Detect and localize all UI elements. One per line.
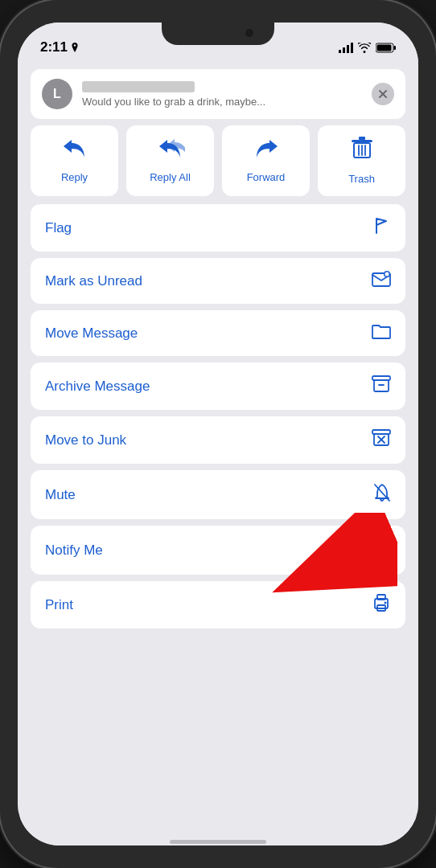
- flag-icon: [373, 217, 391, 239]
- print-icon: [372, 594, 391, 616]
- svg-rect-10: [352, 140, 372, 142]
- notch: [162, 23, 274, 45]
- folder-svg: [372, 323, 391, 339]
- trash-label: Trash: [348, 173, 375, 185]
- svg-rect-4: [351, 43, 353, 53]
- flag-label: Flag: [45, 220, 72, 236]
- junk-svg: [372, 429, 391, 447]
- home-indicator: [170, 840, 266, 844]
- close-button[interactable]: [372, 83, 394, 105]
- svg-rect-1: [339, 50, 341, 53]
- mark-unread-label: Mark as Unread: [45, 273, 142, 289]
- email-preview-text: Would you like to grab a drink, maybe...: [82, 81, 362, 108]
- phone-frame: 2:11: [0, 0, 436, 868]
- junk-menu-item[interactable]: Move to Junk: [31, 416, 405, 464]
- forward-icon: [253, 137, 279, 165]
- flag-menu-item[interactable]: Flag: [31, 204, 405, 252]
- mark-unread-menu-item[interactable]: Mark as Unread: [31, 258, 405, 304]
- junk-icon: [372, 429, 391, 451]
- mute-menu-item[interactable]: Mute: [31, 470, 405, 519]
- notify-menu-item[interactable]: Notify Me: [31, 526, 405, 575]
- location-icon: [71, 43, 79, 52]
- svg-point-31: [385, 602, 387, 604]
- reply-all-button[interactable]: Reply All: [126, 125, 214, 196]
- notch-camera: [245, 29, 253, 37]
- mark-unread-icon: [372, 271, 391, 291]
- envelope-icon: [372, 271, 391, 287]
- time-display: 2:11: [40, 39, 68, 55]
- printer-svg: [372, 594, 391, 612]
- reply-all-arrow-icon: [156, 137, 185, 159]
- svg-rect-3: [347, 45, 349, 53]
- close-icon: [379, 90, 387, 98]
- forward-button[interactable]: Forward: [222, 125, 310, 196]
- svg-rect-7: [394, 46, 397, 50]
- notify-icon: [373, 538, 391, 562]
- mute-icon: [373, 483, 391, 506]
- screen-content: L Would you like to grab a drink, maybe.…: [18, 69, 418, 845]
- forward-arrow-icon: [253, 137, 279, 159]
- reply-all-label: Reply All: [150, 171, 191, 183]
- reply-label: Reply: [61, 171, 88, 183]
- trash-bin-icon: [352, 137, 372, 161]
- phone-screen: 2:11: [18, 23, 418, 845]
- bell-svg: [373, 538, 391, 558]
- wifi-icon: [358, 43, 371, 53]
- print-label: Print: [45, 597, 73, 613]
- reply-button[interactable]: Reply: [31, 125, 118, 196]
- email-preview-card: L Would you like to grab a drink, maybe.…: [31, 69, 405, 119]
- folder-icon: [372, 323, 391, 343]
- status-icons: [339, 43, 396, 53]
- svg-point-0: [74, 44, 76, 46]
- junk-label: Move to Junk: [45, 432, 126, 448]
- notify-label: Notify Me: [45, 542, 103, 559]
- svg-point-18: [385, 272, 389, 276]
- sender-name-blurred: [82, 81, 195, 92]
- reply-all-icon: [156, 137, 185, 165]
- reply-arrow-icon: [62, 137, 88, 159]
- svg-rect-11: [359, 137, 365, 140]
- svg-rect-20: [374, 380, 389, 391]
- svg-rect-6: [377, 44, 392, 51]
- svg-rect-2: [343, 47, 345, 53]
- signal-icon: [339, 43, 353, 53]
- archive-icon: [372, 375, 391, 397]
- trash-button[interactable]: Trash: [318, 125, 405, 196]
- action-buttons-row: Reply Reply All: [31, 125, 405, 196]
- reply-icon: [62, 137, 88, 165]
- email-preview-body: Would you like to grab a drink, maybe...: [82, 96, 362, 108]
- move-message-menu-item[interactable]: Move Message: [31, 310, 405, 356]
- archive-menu-item[interactable]: Archive Message: [31, 362, 405, 410]
- move-message-label: Move Message: [45, 326, 138, 342]
- trash-icon: [352, 137, 372, 166]
- archive-label: Archive Message: [45, 379, 150, 395]
- menu-items-list: Flag Mark as Unread: [31, 204, 405, 628]
- archive-svg: [372, 375, 391, 393]
- mute-label: Mute: [45, 487, 76, 503]
- print-menu-item[interactable]: Print: [31, 581, 405, 628]
- flag-svg: [373, 217, 391, 235]
- bell-mute-svg: [373, 483, 391, 502]
- forward-label: Forward: [247, 171, 286, 183]
- status-time: 2:11: [40, 39, 79, 55]
- battery-icon: [376, 43, 396, 53]
- avatar: L: [42, 79, 72, 109]
